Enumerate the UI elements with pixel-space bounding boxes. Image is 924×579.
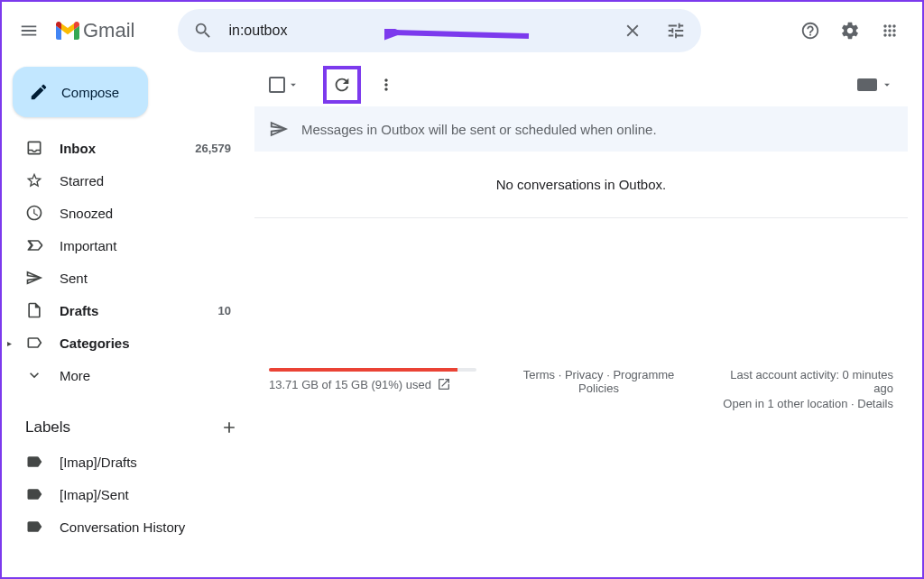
- nav-label: [Imap]/Drafts: [60, 455, 231, 470]
- nav-label: Drafts: [60, 303, 202, 318]
- empty-state-message: No conversations in Outbox.: [254, 152, 908, 218]
- settings-button[interactable]: [832, 13, 868, 49]
- help-icon: [800, 21, 820, 41]
- body-layout: Compose Inbox 26,579 Starred Snoozed Imp…: [2, 60, 922, 577]
- star-icon: [25, 171, 43, 189]
- select-all-checkbox[interactable]: [269, 77, 300, 93]
- open-in-new-icon[interactable]: [437, 377, 451, 391]
- sidebar-item-drafts[interactable]: Drafts 10: [2, 294, 242, 326]
- tune-icon: [666, 21, 686, 41]
- labels-header: Labels: [2, 409, 254, 446]
- input-tools-button[interactable]: [857, 78, 893, 91]
- label-icon: [25, 334, 43, 352]
- clock-icon: [25, 204, 43, 222]
- footer-links: Terms · Privacy · Programme Policies: [513, 368, 685, 412]
- gear-icon: [840, 21, 860, 41]
- brand-text: Gmail: [83, 19, 134, 42]
- mail-toolbar: [254, 63, 908, 106]
- gmail-logo[interactable]: Gmail: [56, 19, 162, 42]
- search-icon: [193, 21, 213, 41]
- nav-label: [Imap]/Sent: [60, 487, 231, 502]
- plus-icon: [220, 418, 238, 437]
- nav-label: Starred: [60, 173, 231, 188]
- banner-text: Messages in Outbox will be sent or sched…: [301, 122, 657, 137]
- search-clear-button[interactable]: [614, 13, 651, 49]
- chevron-down-icon: [25, 366, 43, 384]
- storage-section: 13.71 GB of 15 GB (91%) used: [269, 368, 476, 412]
- refresh-icon: [332, 75, 352, 95]
- apps-grid-icon: [881, 22, 899, 40]
- nav-label: Categories: [60, 335, 231, 351]
- nav-label: More: [60, 368, 231, 383]
- open-locations-link[interactable]: Open in 1 other location: [723, 397, 847, 410]
- last-activity-text: Last account activity: 0 minutes ago: [721, 368, 893, 395]
- storage-progress-bar: [269, 368, 476, 372]
- outbox-info-banner: Messages in Outbox will be sent or sched…: [254, 106, 908, 152]
- nav-count: 26,579: [195, 142, 231, 155]
- more-vert-icon: [377, 76, 395, 94]
- footer: 13.71 GB of 15 GB (91%) used Terms · Pri…: [254, 354, 908, 427]
- main-menu-button[interactable]: [9, 11, 49, 51]
- gmail-m-icon: [56, 22, 79, 40]
- add-label-button[interactable]: [220, 418, 238, 437]
- dropdown-arrow-icon: [287, 78, 300, 91]
- label-item-conversation-history[interactable]: Conversation History: [2, 510, 242, 543]
- nav-label: Snoozed: [60, 206, 231, 221]
- privacy-link[interactable]: Privacy: [565, 368, 604, 381]
- label-tag-icon: [25, 453, 43, 471]
- nav-label: Conversation History: [60, 519, 231, 535]
- nav-label: Inbox: [60, 141, 179, 156]
- refresh-highlight-box: [323, 66, 361, 104]
- send-icon: [269, 119, 289, 139]
- keyboard-icon: [857, 78, 877, 91]
- pencil-icon: [29, 82, 49, 102]
- label-item-imap-sent[interactable]: [Imap]/Sent: [2, 478, 242, 510]
- support-button[interactable]: [792, 13, 828, 49]
- hamburger-icon: [19, 21, 39, 41]
- important-icon: [25, 236, 43, 254]
- sidebar-item-important[interactable]: Important: [2, 229, 242, 262]
- checkbox-icon: [269, 77, 285, 93]
- file-icon: [25, 301, 43, 319]
- sidebar-item-sent[interactable]: Sent: [2, 262, 242, 294]
- terms-link[interactable]: Terms: [523, 368, 555, 381]
- label-tag-icon: [25, 518, 43, 536]
- sidebar-item-categories[interactable]: ▸ Categories: [2, 326, 242, 359]
- apps-button[interactable]: [872, 13, 908, 49]
- caret-right-icon: ▸: [7, 338, 12, 348]
- label-tag-icon: [25, 485, 43, 503]
- refresh-button[interactable]: [328, 71, 356, 98]
- nav-label: Sent: [60, 271, 231, 286]
- compose-label: Compose: [61, 85, 119, 100]
- labels-title: Labels: [25, 418, 70, 437]
- main-panel: Messages in Outbox will be sent or sched…: [254, 60, 922, 577]
- send-icon: [25, 269, 43, 287]
- compose-button[interactable]: Compose: [13, 67, 148, 117]
- nav-count: 10: [218, 304, 231, 317]
- label-item-imap-drafts[interactable]: [Imap]/Drafts: [2, 446, 242, 478]
- sidebar-item-starred[interactable]: Starred: [2, 164, 242, 197]
- activity-section: Last account activity: 0 minutes ago Ope…: [721, 368, 893, 412]
- sidebar: Compose Inbox 26,579 Starred Snoozed Imp…: [2, 60, 254, 577]
- app-header: Gmail: [2, 2, 922, 60]
- more-options-button[interactable]: [372, 70, 401, 99]
- storage-text: 13.71 GB of 15 GB (91%) used: [269, 378, 431, 391]
- nav-label: Important: [60, 238, 231, 253]
- search-button[interactable]: [185, 13, 221, 49]
- storage-fill: [269, 368, 457, 372]
- inbox-icon: [25, 139, 43, 157]
- search-input[interactable]: [228, 23, 607, 39]
- search-bar: [178, 9, 701, 52]
- search-options-button[interactable]: [658, 13, 694, 49]
- dropdown-arrow-icon: [881, 78, 893, 91]
- close-icon: [623, 21, 642, 41]
- sidebar-item-more[interactable]: More: [2, 359, 242, 391]
- sidebar-item-snoozed[interactable]: Snoozed: [2, 197, 242, 229]
- details-link[interactable]: Details: [857, 397, 893, 410]
- header-actions: [792, 13, 915, 49]
- sidebar-item-inbox[interactable]: Inbox 26,579: [2, 132, 242, 164]
